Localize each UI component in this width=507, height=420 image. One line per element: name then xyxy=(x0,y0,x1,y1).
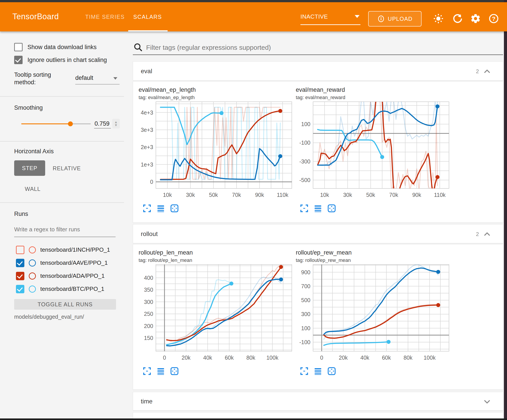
scrollbar[interactable] xyxy=(504,0,507,420)
svg-text:100k: 100k xyxy=(266,355,279,361)
view-runs-icon[interactable] xyxy=(314,367,322,376)
axis-relative-button[interactable]: RELATIVE xyxy=(53,165,81,172)
tensorboard-app: TensorBoard TIME SERIES SCALARS INACTIVE… xyxy=(0,0,507,420)
upload-button-label: UPLOAD xyxy=(388,16,413,22)
svg-text:70k: 70k xyxy=(232,192,241,198)
svg-text:1e+3: 1e+3 xyxy=(141,161,153,168)
divider xyxy=(0,202,124,203)
svg-text:10k: 10k xyxy=(320,192,329,198)
run-label: tensorboard/ADA/PPO_1 xyxy=(40,272,105,279)
ignore-outliers-checkbox[interactable] xyxy=(14,56,23,64)
fit-domain-icon[interactable] xyxy=(327,204,336,213)
smoothing-stepper[interactable]: ▲▼ xyxy=(112,119,120,129)
chart-toolbar xyxy=(143,367,294,376)
help-icon[interactable]: ? xyxy=(488,13,499,24)
run-row[interactable]: tensorboard/AAVE/PPO_1 xyxy=(16,256,110,269)
svg-text:50k: 50k xyxy=(366,192,375,198)
fullscreen-icon[interactable] xyxy=(300,367,309,376)
chart-title: eval/mean_reward xyxy=(296,86,451,93)
view-runs-icon[interactable] xyxy=(156,204,165,213)
svg-text:300: 300 xyxy=(144,299,153,305)
svg-text:0: 0 xyxy=(320,355,323,361)
svg-text:0: 0 xyxy=(150,179,153,185)
scalar-plot[interactable]: 020k40k60k80k100k-100100300500700900 xyxy=(296,263,451,365)
filter-tags-input[interactable]: Filter tags (regular expressions support… xyxy=(146,44,271,51)
smoothing-value-group: 0.759 ▲▼ xyxy=(94,119,120,129)
tooltip-sorting-dropdown[interactable]: default xyxy=(75,75,120,84)
svg-text:900: 900 xyxy=(301,269,310,275)
refresh-icon[interactable] xyxy=(452,13,463,24)
smoothing-slider-knob[interactable] xyxy=(68,121,73,126)
chevron-up-icon[interactable] xyxy=(483,230,491,238)
fullscreen-icon[interactable] xyxy=(143,367,151,376)
svg-text:110k: 110k xyxy=(277,192,289,198)
run-row[interactable]: tensorboard/BTC/PPO_1 xyxy=(16,282,110,296)
chevron-up-icon[interactable] xyxy=(483,68,491,76)
run-color-ring xyxy=(29,272,36,280)
divider xyxy=(0,96,124,97)
section-rollout-header[interactable]: rollout 2 xyxy=(133,224,503,243)
chevron-down-icon[interactable] xyxy=(483,398,491,406)
runs-label: Runs xyxy=(14,211,28,217)
svg-text:-100: -100 xyxy=(299,139,310,146)
chart-tag: tag: rollout/ep_rew_mean xyxy=(296,257,451,263)
svg-text:2e+3: 2e+3 xyxy=(141,144,153,150)
run-label: tensorboard/BTC/PPO_1 xyxy=(40,286,104,292)
status-dropdown[interactable]: INACTIVE xyxy=(300,13,360,20)
run-row[interactable]: tensorboard/ADA/PPO_1 xyxy=(16,269,110,282)
runs-filter-input[interactable]: Write a regex to filter runs xyxy=(14,226,80,233)
smoothing-slider[interactable] xyxy=(21,124,91,124)
brightness-icon[interactable] xyxy=(433,13,444,24)
view-runs-icon[interactable] xyxy=(156,367,165,376)
run-checkbox[interactable] xyxy=(16,272,24,280)
run-row[interactable]: tensorboard/1INCH/PPO_1 xyxy=(16,243,110,256)
info-icon xyxy=(377,15,385,23)
fit-domain-icon[interactable] xyxy=(327,367,336,376)
show-download-links-row[interactable]: Show data download links xyxy=(14,43,97,51)
show-download-links-checkbox[interactable] xyxy=(14,43,23,51)
active-tab-underline xyxy=(128,30,168,31)
scalar-plot[interactable]: 020k40k60k80k100k150200250300350400 xyxy=(139,263,294,365)
run-checkbox[interactable] xyxy=(16,246,24,254)
app-header: TensorBoard TIME SERIES SCALARS INACTIVE… xyxy=(0,2,507,31)
run-checkbox[interactable] xyxy=(16,259,24,267)
upload-button[interactable]: UPLOAD xyxy=(368,11,422,27)
chart-toolbar xyxy=(300,367,451,376)
run-color-ring xyxy=(29,246,36,254)
toggle-all-runs-button[interactable]: TOGGLE ALL RUNS xyxy=(14,299,116,310)
run-color-ring xyxy=(29,286,36,293)
scalar-plot[interactable]: 10k30k50k70k90k110k01e+32e+33e+34e+3 xyxy=(139,100,294,202)
ignore-outliers-row[interactable]: Ignore outliers in chart scaling xyxy=(14,56,107,64)
section-time-header[interactable]: time xyxy=(133,392,503,411)
svg-text:-300: -300 xyxy=(299,158,310,165)
svg-text:200: 200 xyxy=(144,323,153,329)
fullscreen-icon[interactable] xyxy=(143,204,151,213)
axis-step-button[interactable]: STEP xyxy=(14,160,45,176)
chevron-down-icon xyxy=(113,77,117,80)
run-checkbox[interactable] xyxy=(16,285,24,293)
svg-text:100: 100 xyxy=(301,325,310,331)
svg-text:90k: 90k xyxy=(412,192,421,198)
scalar-plot[interactable]: 10k30k50k70k90k110k100-100-300-500 xyxy=(296,100,451,202)
section-title: time xyxy=(141,398,153,405)
svg-text:20k: 20k xyxy=(339,355,348,361)
axis-wall-button[interactable]: WALL xyxy=(25,186,41,192)
settings-gear-icon[interactable] xyxy=(470,13,481,24)
fullscreen-icon[interactable] xyxy=(300,204,309,213)
fit-domain-icon[interactable] xyxy=(170,367,179,376)
section-eval-header[interactable]: eval 2 xyxy=(133,62,503,81)
fit-domain-icon[interactable] xyxy=(170,204,179,213)
chart-rollout-ep-len-mean: rollout/ep_len_mean tag: rollout/ep_len_… xyxy=(139,249,294,376)
tab-scalars[interactable]: SCALARS xyxy=(133,14,162,20)
smoothing-value-input[interactable]: 0.759 xyxy=(94,120,111,129)
svg-text:350: 350 xyxy=(144,287,153,293)
svg-text:30k: 30k xyxy=(186,192,195,198)
runs-filter-underline xyxy=(14,237,116,237)
status-dropdown-value: INACTIVE xyxy=(300,13,328,20)
view-runs-icon[interactable] xyxy=(314,204,322,213)
svg-text:-100: -100 xyxy=(299,339,310,345)
svg-text:110k: 110k xyxy=(434,192,446,198)
svg-text:-500: -500 xyxy=(299,177,310,183)
svg-text:50k: 50k xyxy=(209,192,218,198)
tab-time-series[interactable]: TIME SERIES xyxy=(85,14,125,20)
